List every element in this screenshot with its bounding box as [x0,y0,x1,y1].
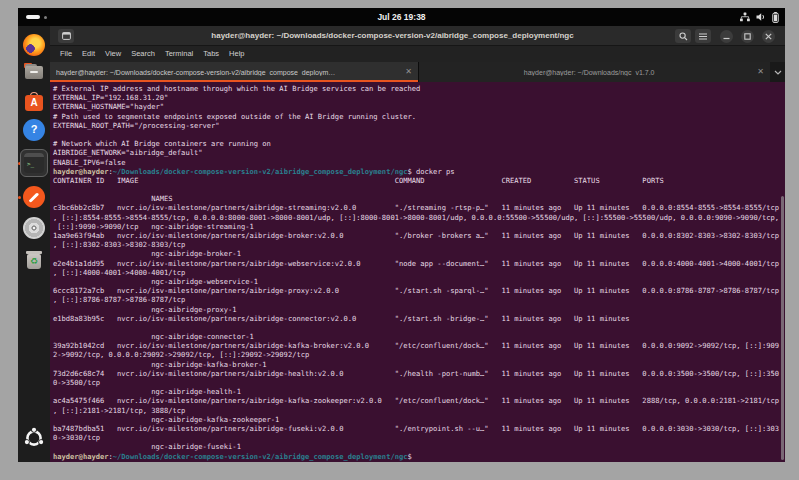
terminal-line: , [::]:2181->2181/tcp, 3888/tcp [53,406,785,415]
terminal-line: ngc-aibridge-broker-1 [53,249,785,258]
terminal-window: hayder@hayder: ~/Downloads/docker-compos… [50,26,785,462]
terminal-line: NAMES [53,194,785,203]
terminal-line: ngc-aibridge-webservice-1 [53,277,785,286]
dock-item-pen-app[interactable] [23,186,45,208]
terminal-line: 73d2d6c68c74 nvcr.io/isv-milestone/partn… [53,369,785,378]
terminal-line: 0->3500/tcp [53,378,785,387]
menu-item-file[interactable]: File [55,46,77,62]
menu-item-search[interactable]: Search [126,46,160,62]
terminal-line: 0->3030/tcp [53,433,785,442]
terminal-line: , [::]:4000-4001->4000-4001/tcp [53,268,785,277]
dock-item-firefox[interactable] [23,34,45,56]
terminal-line: , [::]:8786-8787->8786-8787/tcp [53,295,785,304]
software-store-icon: A [23,91,45,113]
maximize-button[interactable] [741,30,754,43]
minimize-button[interactable] [720,30,733,43]
tab-close-icon[interactable]: ✕ [405,68,412,76]
menu-bar: File Edit View Search Terminal Tabs Help [50,46,785,62]
dock-item-trash[interactable]: ♻ [23,249,45,271]
desktop: Jul 26 19:38 [0,0,799,480]
tab-close-icon[interactable]: ✕ [757,68,764,76]
dock-item-terminal[interactable]: >_ [20,149,48,177]
menu-item-view[interactable]: View [100,46,126,62]
terminal-line: EXTERNAL_ROOT_PATH="/processing-server" [53,121,785,130]
terminal-line: 6ccc8172a7cb nvcr.io/isv-milestone/partn… [53,286,785,295]
network-icon [740,12,750,22]
dock-item-help[interactable]: ? [23,119,45,141]
dock-item-show-apps[interactable] [23,427,45,449]
terminal-line: ngc-aibridge-connector-1 [53,332,785,341]
terminal-line: hayder@hayder:~/Downloads/docker-compose… [53,167,785,176]
trash-icon: ♻ [23,249,45,271]
menu-item-tabs[interactable]: Tabs [198,46,224,62]
terminal-body[interactable]: # External IP address and hostname throu… [50,82,785,462]
terminal-line: ac4a5475f466 nvcr.io/isv-milestone/partn… [53,396,785,405]
dock-item-disc-media[interactable] [23,217,45,239]
tab-active[interactable]: hayder@hayder: ~/Downloads/docker-compos… [50,62,418,82]
terminal-line: [::]:9090->9090/tcp ngc-aibridge-streami… [53,222,785,231]
system-status-area[interactable] [740,8,779,26]
terminal-line: ba7487bdba51 nvcr.io/isv-milestone/partn… [53,424,785,433]
firefox-icon [23,34,45,56]
terminal-line: ngc-aibridge-health-1 [53,387,785,396]
screen: Jul 26 19:38 [18,8,785,462]
clock[interactable]: Jul 26 19:38 [18,8,785,26]
volume-icon [756,12,766,22]
terminal-line: # Path used to segmentate endpoints expo… [53,112,785,121]
tab-inactive[interactable]: hayder@hayder: ~/Downloads/ngc_v1.7.0 ✕ [418,62,770,82]
terminal-line: 2->9092/tcp, 0.0.0.0:29092->29092/tcp, [… [53,350,785,359]
terminal-line: EXTERNAL_HOSTNAME="hayder" [53,102,785,111]
terminal-line: hayder@hayder:~/Downloads/docker-compose… [53,452,785,461]
terminal-line [53,130,785,139]
tab-list-chevron-down-icon[interactable] [770,62,785,82]
system-top-bar: Jul 26 19:38 [18,8,785,26]
terminal-line: c3bc6bb2c8b7 nvcr.io/isv-milestone/partn… [53,203,785,212]
dock-item-files[interactable] [23,61,45,83]
terminal-line: 39a92b1042cd nvcr.io/isv-milestone/partn… [53,341,785,350]
menu-item-edit[interactable]: Edit [77,46,100,62]
menu-button[interactable] [695,29,711,43]
dock-item-software-store[interactable]: A [23,91,45,113]
terminal-line: e2e4b1a1dd95 nvcr.io/isv-milestone/partn… [53,259,785,268]
terminal-line [53,185,785,194]
terminal-line: ENABLE_IPV6=false [53,158,785,167]
window-title: hayder@hayder: ~/Downloads/docker-compos… [130,26,655,46]
terminal-line: EXTERNAL_IP="192.168.31.20" [53,93,785,102]
dock: A ? >_ ♻ [18,26,50,462]
terminal-line: AIBRIDGE_NETWORK="aibridge_default" [53,148,785,157]
scrollbar-thumb[interactable] [781,196,784,460]
pen-app-icon [23,186,45,208]
menu-item-help[interactable]: Help [224,46,249,62]
search-button[interactable] [675,29,691,43]
header-bar: hayder@hayder: ~/Downloads/docker-compos… [50,26,785,46]
terminal-line: , [::]:8302-8303->8302-8303/tcp [53,240,785,249]
terminal-line: # External IP address and hostname throu… [53,84,785,93]
new-terminal-button[interactable] [58,29,74,43]
file-manager-icon [23,61,45,83]
terminal-line: ngc-aibridge-kafka-zookeeper-1 [53,415,785,424]
disc-icon [23,217,45,239]
terminal-line: 1aa9e63f94ab nvcr.io/isv-milestone/partn… [53,231,785,240]
terminal-line [53,323,785,332]
terminal-icon: >_ [24,153,44,173]
terminal-line: ngc-aibridge-proxy-1 [53,305,785,314]
terminal-line: ngc-aibridge-kafka-broker-1 [53,360,785,369]
terminal-line: , [::]:8554-8555->8554-8555/tcp, 0.0.0.0… [53,213,785,222]
pen-app-running-dot [18,196,21,199]
terminal-line: e1bd8a83b95c nvcr.io/isv-milestone/partn… [53,314,785,323]
menu-item-terminal[interactable]: Terminal [160,46,198,62]
close-icon[interactable] [762,30,775,43]
battery-icon [772,12,779,23]
ubuntu-logo-icon [23,427,45,449]
terminal-line: ngc-aibridge-fuseki-1 [53,442,785,451]
terminal-line: # Network which AI Bridge containers are… [53,139,785,148]
help-icon: ? [23,119,45,141]
tab-bar: hayder@hayder: ~/Downloads/docker-compos… [50,62,785,82]
terminal-line: CONTAINER ID IMAGE COMMAND CREATED STATU… [53,176,785,185]
